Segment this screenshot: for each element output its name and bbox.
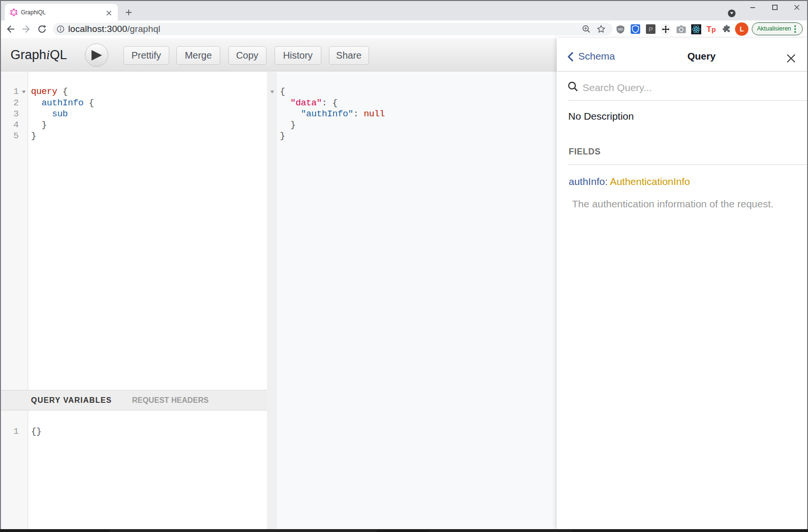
svg-text:P: P	[649, 26, 653, 33]
svg-text:UO: UO	[618, 28, 623, 31]
